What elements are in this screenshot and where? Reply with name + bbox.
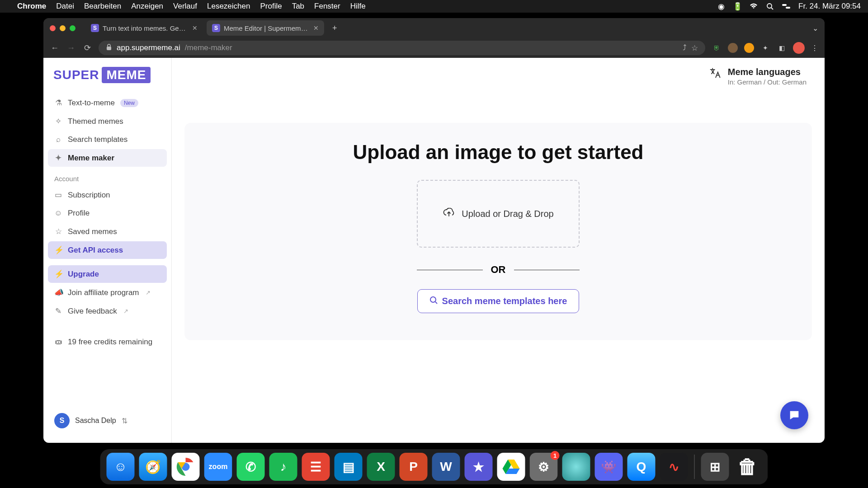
menu-profiles[interactable]: Profile: [260, 2, 282, 11]
dock-app-discord[interactable]: 👾: [595, 453, 623, 481]
control-center-icon[interactable]: [782, 2, 790, 10]
reload-button[interactable]: ⟳: [82, 43, 92, 53]
dock-app-mission-control[interactable]: ⊞: [701, 453, 729, 481]
extensions-puzzle-icon[interactable]: ✦: [760, 43, 770, 53]
battery-icon[interactable]: 🔋: [733, 2, 741, 10]
tab-favicon-icon: S: [91, 24, 99, 32]
chat-fab-button[interactable]: [780, 401, 808, 429]
bookmark-star-icon[interactable]: ☆: [691, 43, 698, 53]
tab-dropdown-icon[interactable]: ⌄: [812, 24, 818, 33]
dock-app-whatsapp[interactable]: ✆: [237, 453, 265, 481]
sidebar-item-feedback[interactable]: ✎ Give feedback ↗: [48, 302, 167, 320]
sparkle-icon: ✧: [54, 117, 62, 126]
menu-window[interactable]: Fenster: [314, 2, 340, 11]
user-name: Sascha Delp: [75, 417, 116, 425]
spotlight-icon[interactable]: [766, 2, 774, 10]
menu-help[interactable]: Hilfe: [350, 2, 366, 11]
share-icon[interactable]: ⤴: [683, 43, 687, 52]
sidebar-item-meme-maker[interactable]: ✦ Meme maker: [48, 149, 167, 167]
sidebar-item-text-to-meme[interactable]: ⚗ Text-to-meme New: [48, 94, 167, 112]
app-logo[interactable]: SUPER MEME: [48, 67, 167, 94]
svg-rect-3: [786, 7, 790, 9]
dock-app-quicktime[interactable]: Q: [627, 453, 656, 481]
dock-app-voice-memos[interactable]: ∿: [660, 453, 688, 481]
ticket-icon: 🎟: [54, 338, 62, 347]
extension-2-icon[interactable]: [728, 43, 738, 53]
menu-file[interactable]: Datei: [56, 2, 74, 11]
menu-bookmarks[interactable]: Lesezeichen: [207, 2, 250, 11]
profile-avatar-icon[interactable]: [793, 42, 805, 54]
menubar-clock[interactable]: Fr. 24. März 09:54: [798, 2, 861, 11]
menu-app-name[interactable]: Chrome: [17, 2, 46, 11]
search-button-label: Search meme templates here: [442, 296, 567, 306]
bolt-icon: ⚡: [54, 245, 62, 255]
extension-shield-icon[interactable]: ⛨: [712, 43, 722, 53]
sidebar-item-credits: 🎟 19 free credits remaining: [48, 333, 167, 351]
dock-app-spotify[interactable]: ♪: [269, 453, 297, 481]
wifi-icon[interactable]: [750, 2, 758, 10]
search-icon: [429, 296, 438, 306]
chrome-menu-icon[interactable]: ⋮: [811, 44, 818, 52]
sidebar-item-api-access[interactable]: ⚡ Get API access: [48, 241, 167, 259]
sidebar-item-label: Profile: [68, 209, 90, 218]
sidebar-item-label: Search templates: [68, 135, 127, 144]
menu-view[interactable]: Anzeigen: [131, 2, 163, 11]
sidebar-item-upgrade[interactable]: ⚡ Upgrade: [48, 265, 167, 283]
svg-rect-2: [782, 4, 787, 6]
dock-app-todoist[interactable]: ☰: [302, 453, 330, 481]
sidebar-item-saved-memes[interactable]: ☆ Saved memes: [48, 223, 167, 240]
tab-close-icon[interactable]: ✕: [313, 24, 319, 32]
external-link-icon: ↗: [146, 289, 151, 296]
page-title: Upload an image to get started: [353, 141, 644, 164]
sidepanel-icon[interactable]: ◧: [777, 43, 787, 53]
translate-icon: [709, 67, 722, 83]
dock-app-siri[interactable]: [562, 453, 590, 481]
address-bar[interactable]: app.supermeme.ai/meme-maker ⤴ ☆: [99, 41, 705, 55]
menu-tab[interactable]: Tab: [292, 2, 304, 11]
dock-app-finder[interactable]: ☺: [107, 453, 135, 481]
menu-edit[interactable]: Bearbeiten: [84, 2, 121, 11]
dock-app-settings[interactable]: ⚙ 1: [530, 453, 558, 481]
logo-super: SUPER: [53, 68, 99, 82]
upload-dropzone[interactable]: Upload or Drag & Drop: [417, 180, 580, 248]
new-tab-button[interactable]: +: [328, 23, 342, 33]
dock-app-trello[interactable]: ▤: [335, 453, 363, 481]
sidebar-item-profile[interactable]: ☺ Profile: [48, 205, 167, 222]
menu-history[interactable]: Verlauf: [173, 2, 197, 11]
sidebar-item-search-templates[interactable]: ⌕ Search templates: [48, 131, 167, 148]
dock-app-chrome[interactable]: [172, 453, 200, 481]
window-close-button[interactable]: [50, 25, 56, 31]
dock-app-zoom[interactable]: zoom: [204, 453, 232, 481]
extension-3-icon[interactable]: [744, 43, 754, 53]
browser-tab-1[interactable]: S Turn text into memes. Generat ✕: [85, 20, 203, 36]
tab-strip: S Turn text into memes. Generat ✕ S Meme…: [43, 18, 825, 38]
sidebar-item-subscription[interactable]: ▭ Subscription: [48, 186, 167, 204]
dock-app-trash[interactable]: 🗑: [734, 453, 762, 481]
star-icon: ☆: [54, 227, 62, 236]
dock-separator: [694, 455, 695, 479]
tab-close-icon[interactable]: ✕: [192, 24, 198, 32]
window-minimize-button[interactable]: [60, 25, 66, 31]
dock-app-drive[interactable]: [497, 453, 525, 481]
lock-icon: [106, 43, 112, 53]
language-selector[interactable]: Meme languages In: German / Out: German: [709, 67, 807, 86]
search-templates-button[interactable]: Search meme templates here: [417, 289, 580, 313]
window-maximize-button[interactable]: [70, 25, 75, 31]
cloud-upload-icon: [443, 208, 455, 220]
back-button[interactable]: ←: [50, 43, 60, 53]
sidebar-item-affiliate[interactable]: 📣 Join affiliate program ↗: [48, 284, 167, 301]
forward-button[interactable]: →: [66, 43, 76, 53]
dock-app-powerpoint[interactable]: P: [400, 453, 428, 481]
dock-app-safari[interactable]: 🧭: [139, 453, 167, 481]
svg-point-5: [430, 297, 436, 302]
browser-tab-2[interactable]: S Meme Editor | Supermeme.ai ✕: [207, 20, 324, 36]
chevron-updown-icon: ⇅: [122, 417, 127, 425]
sidebar-user-menu[interactable]: S Sascha Delp ⇅: [48, 408, 167, 434]
credits-label: 19 free credits remaining: [68, 338, 152, 347]
dock-app-word[interactable]: W: [432, 453, 460, 481]
dock-app-imovie[interactable]: ★: [465, 453, 493, 481]
sidebar-item-themed-memes[interactable]: ✧ Themed memes: [48, 113, 167, 130]
record-icon[interactable]: ◉: [717, 2, 725, 10]
user-icon: ☺: [54, 209, 62, 218]
dock-app-excel[interactable]: X: [367, 453, 395, 481]
